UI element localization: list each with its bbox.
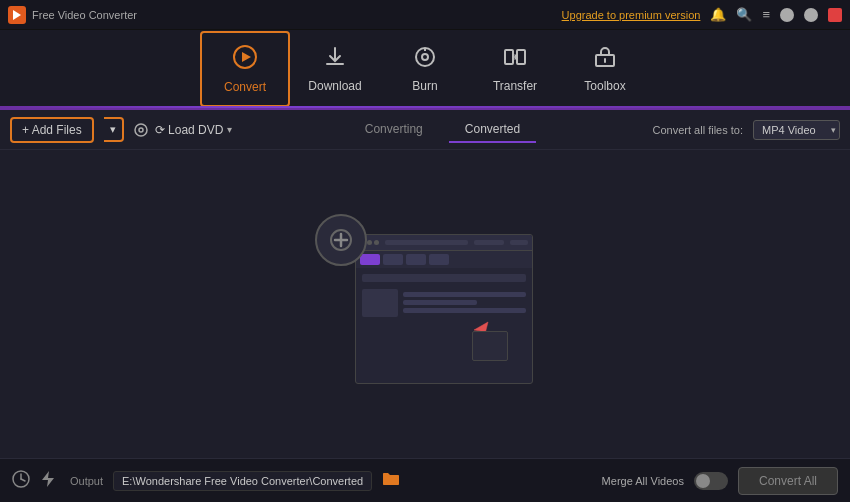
- window-titlebar: [356, 235, 532, 251]
- output-path[interactable]: E:\Wondershare Free Video Converter\Conv…: [113, 471, 372, 491]
- load-dvd-label: ⟳ Load DVD: [155, 123, 224, 137]
- toolbar: + Add Files ▾ ⟳ Load DVD ▾ Converting Co…: [0, 110, 850, 150]
- convert-icon: [232, 44, 258, 76]
- title-bar-right: Upgrade to premium version 🔔 🔍 ≡: [562, 7, 842, 22]
- title-bar: Free Video Converter Upgrade to premium …: [0, 0, 850, 30]
- nav-item-burn[interactable]: Burn: [380, 31, 470, 107]
- win-dot-1: [367, 240, 372, 245]
- win-tab-active: [360, 254, 380, 265]
- win-tab-1: [383, 254, 403, 265]
- win-line-1: [403, 292, 526, 297]
- svg-point-11: [139, 128, 143, 132]
- convert-label: Convert: [224, 80, 266, 94]
- svg-rect-7: [517, 50, 525, 64]
- svg-point-10: [135, 124, 147, 136]
- burn-label: Burn: [412, 79, 437, 93]
- title-bar-left: Free Video Converter: [8, 6, 137, 24]
- svg-marker-2: [242, 52, 251, 62]
- load-dvd-arrow: ▾: [227, 124, 232, 135]
- bell-icon[interactable]: 🔔: [710, 7, 726, 22]
- close-button[interactable]: [828, 8, 842, 22]
- win-line-3: [403, 308, 526, 313]
- clock-icon[interactable]: [12, 470, 30, 492]
- floating-panel: [472, 331, 508, 361]
- win-dot-2: [374, 240, 379, 245]
- nav-item-toolbox[interactable]: Toolbox: [560, 31, 650, 107]
- add-files-button[interactable]: + Add Files: [10, 117, 94, 143]
- win-tab-3: [429, 254, 449, 265]
- output-label: Output: [70, 475, 103, 487]
- bottom-bar: Output E:\Wondershare Free Video Convert…: [0, 458, 850, 502]
- window-mockup: [355, 234, 533, 384]
- nav-bar: Convert Download Burn Tran: [0, 30, 850, 110]
- merge-toggle-knob: [696, 474, 710, 488]
- nav-item-download[interactable]: Download: [290, 31, 380, 107]
- nav-accent-line: [0, 106, 850, 108]
- download-icon: [323, 45, 347, 75]
- win-content-area: [362, 289, 526, 317]
- win-lines: [403, 292, 526, 317]
- burn-icon: [413, 45, 437, 75]
- download-label: Download: [308, 79, 361, 93]
- tab-converted[interactable]: Converted: [449, 117, 536, 143]
- convert-all-files-label: Convert all files to:: [653, 124, 743, 136]
- tab-converting[interactable]: Converting: [349, 117, 439, 143]
- convert-all-button[interactable]: Convert All: [738, 467, 838, 495]
- app-title: Free Video Converter: [32, 9, 137, 21]
- toolbox-icon: [593, 45, 617, 75]
- format-select[interactable]: MP4 Video MKV Video AVI Video MOV Video …: [753, 120, 840, 140]
- transfer-label: Transfer: [493, 79, 537, 93]
- svg-line-17: [21, 479, 25, 481]
- add-circle-icon: [315, 214, 367, 266]
- svg-rect-6: [505, 50, 513, 64]
- main-content: [0, 150, 850, 458]
- lightning-icon[interactable]: [40, 470, 56, 492]
- svg-point-4: [422, 54, 428, 60]
- nav-item-transfer[interactable]: Transfer: [470, 31, 560, 107]
- menu-icon[interactable]: ≡: [762, 7, 770, 22]
- svg-marker-0: [13, 10, 21, 20]
- win-tab-2: [406, 254, 426, 265]
- transfer-icon: [503, 45, 527, 75]
- merge-label: Merge All Videos: [602, 475, 684, 487]
- maximize-button[interactable]: [804, 8, 818, 22]
- win-addr-bar: [362, 274, 526, 282]
- add-files-dropdown-button[interactable]: ▾: [104, 117, 124, 142]
- win-thumb: [362, 289, 398, 317]
- load-dvd-button[interactable]: ⟳ Load DVD ▾: [134, 123, 233, 137]
- toolbox-label: Toolbox: [584, 79, 625, 93]
- nav-item-convert[interactable]: Convert: [200, 31, 290, 107]
- window-tabs-row: [356, 251, 532, 268]
- app-logo: [8, 6, 26, 24]
- minimize-button[interactable]: [780, 8, 794, 22]
- window-body: [356, 268, 532, 323]
- drop-illustration: [315, 214, 535, 394]
- win-line-2: [403, 300, 477, 305]
- output-folder-icon[interactable]: [382, 471, 400, 490]
- search-icon[interactable]: 🔍: [736, 7, 752, 22]
- upgrade-link[interactable]: Upgrade to premium version: [562, 9, 701, 21]
- format-select-wrapper: MP4 Video MKV Video AVI Video MOV Video …: [753, 120, 840, 140]
- merge-toggle[interactable]: [694, 472, 728, 490]
